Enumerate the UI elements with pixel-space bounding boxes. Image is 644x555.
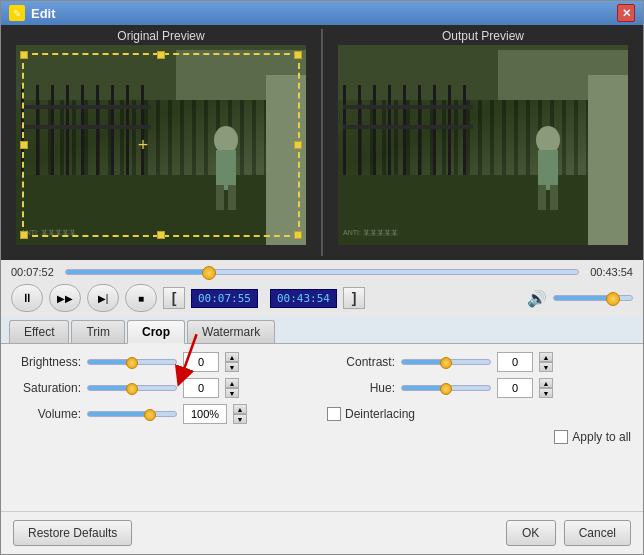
svg-rect-37 <box>550 185 558 210</box>
contrast-slider[interactable] <box>401 359 491 365</box>
svg-rect-28 <box>433 85 436 175</box>
bottom-bar: Restore Defaults OK Cancel <box>1 511 643 554</box>
crop-handle-mr[interactable] <box>294 141 302 149</box>
restore-defaults-button[interactable]: Restore Defaults <box>13 520 132 546</box>
crosshair: + <box>138 135 149 156</box>
crop-handle-tr[interactable] <box>294 51 302 59</box>
svg-text:ANTI: 某某某某某: ANTI: 某某某某某 <box>343 229 398 236</box>
hue-spin[interactable]: ▲ ▼ <box>539 378 553 398</box>
bracket-in-button[interactable]: [ <box>163 287 185 309</box>
next-frame-button[interactable]: ▶| <box>87 284 119 312</box>
edit-window: ✎ Edit ✕ Original Preview <box>0 0 644 555</box>
crop-overlay <box>22 53 300 237</box>
app-icon: ✎ <box>9 5 25 21</box>
controls-area: 00:07:52 00:43:54 ⏸ ▶▶ ▶| ■ [ 00:07:55 0… <box>1 260 643 316</box>
svg-rect-31 <box>343 105 473 109</box>
svg-rect-22 <box>343 85 346 175</box>
saturation-slider[interactable] <box>87 385 177 391</box>
crop-handle-ml[interactable] <box>20 141 28 149</box>
transport-row: ⏸ ▶▶ ▶| ■ [ 00:07:55 00:43:54 ] 🔊 <box>11 284 633 312</box>
svg-point-34 <box>536 126 560 154</box>
brightness-thumb <box>126 357 138 369</box>
volume-spin[interactable]: ▲ ▼ <box>233 404 247 424</box>
tab-crop[interactable]: Crop <box>127 320 185 344</box>
contrast-spin-up[interactable]: ▲ <box>539 352 553 362</box>
crop-handle-tl[interactable] <box>20 51 28 59</box>
ok-button[interactable]: OK <box>506 520 556 546</box>
volume-value: 100% <box>183 404 227 424</box>
settings-grid: Brightness: 0 ▲ ▼ Contrast: 0 ▲ <box>13 352 631 444</box>
fast-forward-button[interactable]: ▶▶ <box>49 284 81 312</box>
cancel-button[interactable]: Cancel <box>564 520 631 546</box>
tab-effect[interactable]: Effect <box>9 320 69 343</box>
hue-thumb <box>440 383 452 395</box>
tab-trim[interactable]: Trim <box>71 320 125 343</box>
video-scene-original: ANTI: 某某某某某 + <box>16 45 306 245</box>
close-button[interactable]: ✕ <box>617 4 635 22</box>
output-video: ANTI: 某某某某某 <box>338 45 628 245</box>
hue-slider[interactable] <box>401 385 491 391</box>
preview-area: Original Preview <box>1 25 643 260</box>
saturation-spin[interactable]: ▲ ▼ <box>225 378 239 398</box>
apply-to-all-label: Apply to all <box>572 430 631 444</box>
output-preview-label: Output Preview <box>442 29 524 43</box>
contrast-value: 0 <box>497 352 533 372</box>
brightness-spin-up[interactable]: ▲ <box>225 352 239 362</box>
video-scene-output: ANTI: 某某某某某 <box>338 45 628 245</box>
timeline-thumb[interactable] <box>202 266 216 280</box>
crop-handle-bc[interactable] <box>157 231 165 239</box>
svg-rect-26 <box>403 85 406 175</box>
contrast-spin-down[interactable]: ▼ <box>539 362 553 372</box>
contrast-spin[interactable]: ▲ ▼ <box>539 352 553 372</box>
crop-handle-tc[interactable] <box>157 51 165 59</box>
hue-label: Hue: <box>327 381 395 395</box>
saturation-spin-down[interactable]: ▼ <box>225 388 239 398</box>
saturation-value: 0 <box>183 378 219 398</box>
timeline-slider[interactable] <box>65 269 579 275</box>
svg-rect-25 <box>388 85 391 175</box>
output-preview-panel: Output Preview <box>323 25 643 260</box>
contrast-row: Contrast: 0 ▲ ▼ <box>327 352 631 372</box>
bracket-out-button[interactable]: ] <box>343 287 365 309</box>
svg-rect-24 <box>373 85 376 175</box>
hue-row: Hue: 0 ▲ ▼ <box>327 378 631 398</box>
brightness-row: Brightness: 0 ▲ ▼ <box>13 352 317 372</box>
volume-label: Volume: <box>13 407 81 421</box>
volume-setting-slider[interactable] <box>87 411 177 417</box>
title-bar-left: ✎ Edit <box>9 5 56 21</box>
brightness-spin-down[interactable]: ▼ <box>225 362 239 372</box>
brightness-value: 0 <box>183 352 219 372</box>
current-time-display: 00:07:55 <box>191 289 258 308</box>
crop-handle-bl[interactable] <box>20 231 28 239</box>
window-title: Edit <box>31 6 56 21</box>
hue-spin-down[interactable]: ▼ <box>539 388 553 398</box>
title-bar: ✎ Edit ✕ <box>1 1 643 25</box>
brightness-spin[interactable]: ▲ ▼ <box>225 352 239 372</box>
svg-rect-35 <box>538 150 558 190</box>
contrast-thumb <box>440 357 452 369</box>
tabs-area: Effect Trim Crop Watermark <box>1 316 643 344</box>
pause-button[interactable]: ⏸ <box>11 284 43 312</box>
hue-spin-up[interactable]: ▲ <box>539 378 553 388</box>
deinterlacing-checkbox[interactable] <box>327 407 341 421</box>
volume-slider[interactable] <box>553 295 633 301</box>
svg-rect-27 <box>418 85 421 175</box>
stop-button[interactable]: ■ <box>125 284 157 312</box>
timeline-row: 00:07:52 00:43:54 <box>11 266 633 278</box>
current-time-label: 00:07:52 <box>11 266 59 278</box>
settings-panel: Brightness: 0 ▲ ▼ Contrast: 0 ▲ <box>1 344 643 511</box>
tab-watermark[interactable]: Watermark <box>187 320 275 343</box>
saturation-row: Saturation: 0 ▲ ▼ <box>13 378 317 398</box>
contrast-label: Contrast: <box>327 355 395 369</box>
volume-row: Volume: 100% ▲ ▼ <box>13 404 317 424</box>
volume-setting-thumb <box>144 409 156 421</box>
saturation-spin-up[interactable]: ▲ <box>225 378 239 388</box>
brightness-slider[interactable] <box>87 359 177 365</box>
end-time-label: 00:43:54 <box>585 266 633 278</box>
apply-to-all-checkbox[interactable] <box>554 430 568 444</box>
crop-handle-br[interactable] <box>294 231 302 239</box>
volume-spin-up[interactable]: ▲ <box>233 404 247 414</box>
volume-spin-down[interactable]: ▼ <box>233 414 247 424</box>
deinterlacing-row: Deinterlacing <box>327 404 631 424</box>
deinterlacing-label: Deinterlacing <box>345 407 415 421</box>
